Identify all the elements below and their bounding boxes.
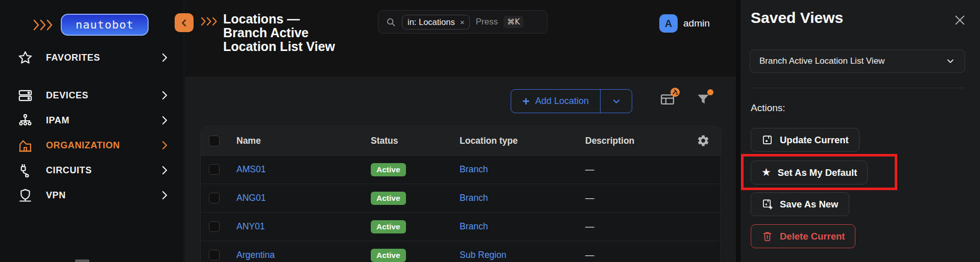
status-badge: Active — [371, 249, 406, 262]
update-current-button[interactable]: Update Current — [751, 128, 859, 152]
location-name-link[interactable]: ANY01 — [236, 221, 371, 232]
saved-views-panel: Saved Views Branch Active Location List … — [740, 0, 980, 262]
sidebar-item-circuits[interactable]: CIRCUITS — [0, 158, 184, 182]
description-value: — — [585, 221, 686, 232]
star-icon: ★ — [761, 167, 771, 178]
chevron-down-icon — [945, 56, 955, 66]
logo-wordmark: nautobot — [61, 14, 149, 36]
star-icon — [16, 49, 34, 66]
filter-funnel-icon — [696, 92, 711, 107]
divider — [751, 88, 965, 88]
app-root: nautobot FAVORITES DEVICES — [0, 0, 980, 262]
status-badge: Active — [371, 163, 406, 176]
add-location-dropdown-button[interactable] — [600, 90, 632, 113]
chevron-right-icon — [158, 164, 171, 176]
status-badge: Active — [371, 220, 406, 233]
set-as-my-default-button[interactable]: ★ Set As My Default — [751, 161, 868, 185]
button-label: Update Current — [780, 135, 849, 146]
circuits-cable-icon — [16, 162, 34, 179]
column-header-status[interactable]: Status — [371, 136, 460, 146]
close-button[interactable] — [953, 13, 967, 27]
table-row: Argentina Active Sub Region — — [201, 241, 721, 262]
gear-icon — [697, 134, 710, 147]
table-header-row: Name Status Location type Description — [201, 126, 721, 155]
title-chevrons-icon — [201, 17, 220, 26]
sidebar-item-label: ORGANIZATION — [46, 140, 120, 151]
locations-table: Name Status Location type Description AM… — [200, 126, 721, 262]
button-label: Delete Current — [780, 231, 845, 242]
vpn-shield-icon — [16, 187, 34, 204]
search-icon — [386, 17, 396, 28]
sidebar-item-ipam[interactable]: IPAM — [0, 108, 184, 133]
ipam-tree-icon — [16, 112, 34, 129]
chevron-left-icon — [179, 17, 190, 29]
location-name-link[interactable]: Argentina — [236, 250, 371, 260]
column-header-location-type[interactable]: Location type — [460, 136, 585, 146]
main-header: Locations — Branch Active Location List … — [185, 0, 736, 76]
filter-button[interactable] — [696, 92, 711, 107]
chevron-right-icon — [158, 51, 171, 64]
close-icon — [953, 13, 967, 27]
delete-current-button[interactable]: Delete Current — [751, 224, 855, 248]
sidebar-item-organization[interactable]: ORGANIZATION — [0, 133, 184, 158]
column-header-description[interactable]: Description — [585, 136, 686, 146]
chevron-right-icon — [158, 114, 171, 126]
row-checkbox[interactable] — [209, 250, 220, 260]
description-value: — — [585, 193, 686, 203]
main-content: + Add Location — [185, 76, 736, 262]
chevron-right-icon — [158, 89, 171, 101]
plus-icon: + — [522, 95, 530, 108]
select-all-checkbox[interactable] — [209, 136, 220, 146]
sidebar-item-vpn[interactable]: VPN — [0, 183, 184, 207]
add-location-label: Add Location — [535, 96, 589, 107]
sidebar-collapse-button[interactable] — [175, 13, 194, 32]
chevron-right-icon — [158, 139, 171, 151]
logo-chevrons-icon — [33, 19, 56, 31]
row-checkbox[interactable] — [209, 193, 220, 203]
gavel-badge-icon — [670, 87, 680, 97]
table-settings-button[interactable] — [686, 134, 721, 147]
row-checkbox[interactable] — [209, 221, 220, 232]
nautobot-logo[interactable]: nautobot — [33, 14, 149, 36]
location-type-link[interactable]: Branch — [460, 221, 585, 232]
location-name-link[interactable]: ANG01 — [236, 193, 371, 203]
search-hint: Press — [475, 17, 497, 27]
actions-label: Actions: — [751, 102, 785, 114]
description-value: — — [585, 250, 686, 260]
trash-icon — [761, 230, 773, 242]
sidebar-item-label: VPN — [46, 190, 66, 201]
devices-stack-icon — [16, 87, 34, 104]
save-as-new-icon — [761, 198, 773, 210]
saved-view-select[interactable]: Branch Active Location List View — [750, 49, 965, 73]
save-icon — [761, 134, 773, 146]
sidebar-item-label: FAVORITES — [46, 53, 100, 63]
chip-remove-icon[interactable]: × — [460, 18, 465, 27]
page-title: Locations — Branch Active Location List … — [223, 12, 356, 54]
table-config-button[interactable] — [659, 92, 676, 107]
chevron-down-icon — [611, 96, 622, 107]
sidebar-item-devices[interactable]: DEVICES — [0, 83, 184, 108]
status-badge: Active — [371, 192, 406, 205]
avatar[interactable]: A — [659, 14, 678, 33]
button-label: Save As New — [780, 199, 839, 210]
button-label: Set As My Default — [778, 167, 857, 178]
sidebar-item-partial-icon — [75, 259, 89, 262]
save-as-new-button[interactable]: Save As New — [751, 192, 849, 216]
filter-active-dot — [707, 89, 713, 95]
search-filter-chip[interactable]: in: Locations × — [402, 15, 470, 30]
table-row: ANY01 Active Branch — — [201, 213, 721, 241]
panel-title: Saved Views — [751, 9, 843, 27]
selected-view-label: Branch Active Location List View — [759, 56, 945, 66]
location-type-link[interactable]: Branch — [460, 164, 585, 175]
location-type-link[interactable]: Branch — [460, 193, 585, 203]
add-location-button[interactable]: + Add Location — [511, 90, 600, 113]
row-checkbox[interactable] — [209, 164, 220, 175]
search-chip-label: in: Locations — [408, 17, 455, 27]
sidebar-item-favorites[interactable]: FAVORITES — [0, 45, 184, 70]
global-search[interactable]: in: Locations × Press ⌘K — [378, 10, 547, 34]
location-name-link[interactable]: AMS01 — [236, 164, 371, 175]
column-header-name[interactable]: Name — [236, 136, 371, 146]
organization-building-icon — [16, 137, 34, 154]
location-type-link[interactable]: Sub Region — [460, 250, 585, 260]
username[interactable]: admin — [683, 18, 710, 29]
